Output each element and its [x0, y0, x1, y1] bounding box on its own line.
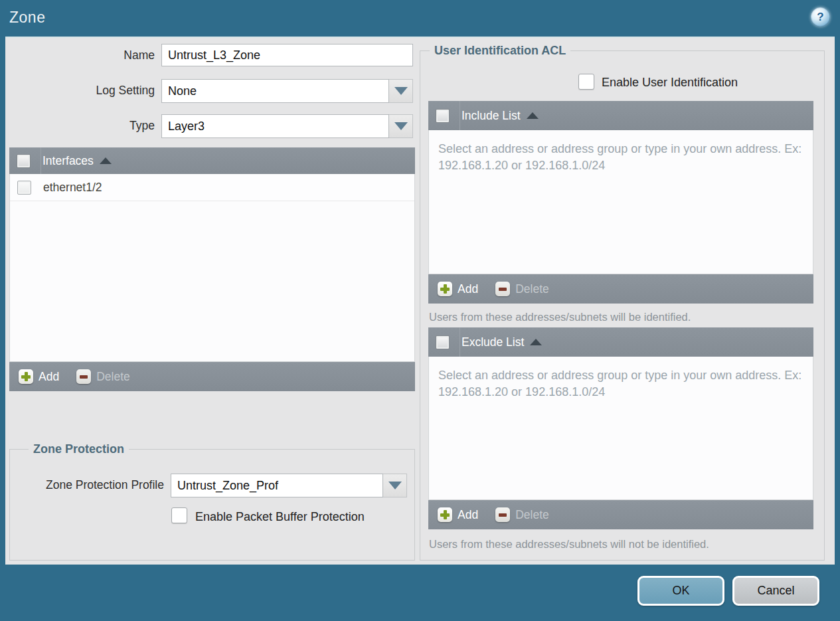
packet-buffer-protection-label: Enable Packet Buffer Protection: [195, 510, 365, 524]
interfaces-add-button[interactable]: Add: [19, 369, 59, 384]
minus-icon: [76, 369, 91, 384]
include-list-header[interactable]: Include List: [428, 101, 813, 130]
chevron-down-icon: [388, 482, 402, 489]
dialog-title: Zone: [9, 9, 45, 27]
interfaces-column-header: Interfaces: [42, 154, 94, 168]
include-list-placeholder: Select an address or address group or ty…: [429, 130, 813, 174]
interfaces-table: Interfaces ethernet1/2 Add Delete: [9, 147, 415, 391]
table-row[interactable]: ethernet1/2: [10, 174, 414, 201]
user-id-acl-legend: User Identification ACL: [430, 44, 570, 58]
zone-protection-fieldset: Zone Protection: [9, 449, 415, 561]
log-setting-value: None: [161, 79, 389, 103]
plus-icon: [438, 507, 452, 522]
exclude-select-all-checkbox[interactable]: [436, 335, 450, 349]
enable-user-identification-checkbox[interactable]: [578, 74, 594, 90]
add-button-label: Add: [458, 508, 478, 522]
sort-ascending-icon[interactable]: [527, 112, 539, 119]
type-value: Layer3: [161, 114, 389, 138]
name-label: Name: [12, 44, 155, 66]
type-dropdown-button[interactable]: [389, 114, 413, 138]
exclude-list-placeholder: Select an address or address group or ty…: [429, 357, 813, 400]
include-delete-button[interactable]: Delete: [495, 282, 549, 296]
header-separator: [460, 327, 460, 357]
delete-button-label: Delete: [96, 370, 130, 384]
enable-user-identification-label: Enable User Identification: [602, 76, 738, 90]
log-setting-dropdown-button[interactable]: [389, 79, 413, 103]
header-separator: [41, 147, 41, 174]
row-checkbox[interactable]: [17, 181, 31, 195]
sort-ascending-icon[interactable]: [100, 157, 112, 164]
interfaces-table-body: ethernet1/2: [9, 174, 415, 362]
zone-protection-legend: Zone Protection: [29, 442, 129, 456]
type-dropdown[interactable]: Layer3: [161, 114, 413, 138]
add-button-label: Add: [458, 282, 478, 296]
add-button-label: Add: [39, 370, 59, 384]
include-list-body[interactable]: Select an address or address group or ty…: [428, 130, 813, 274]
ok-button[interactable]: OK: [637, 576, 724, 606]
plus-icon: [19, 369, 33, 384]
exclude-list-caption: Users from these addresses/subnets will …: [429, 538, 709, 551]
exclude-list-column-header: Exclude List: [462, 335, 524, 349]
exclude-list-footer: Add Delete: [428, 500, 813, 529]
interfaces-delete-button[interactable]: Delete: [76, 369, 130, 384]
name-input[interactable]: [161, 44, 413, 66]
packet-buffer-protection-checkbox[interactable]: [171, 507, 187, 523]
minus-icon: [495, 507, 510, 522]
interfaces-select-all-checkbox[interactable]: [17, 154, 31, 168]
zone-protection-profile-label: Zone Protection Profile: [15, 474, 164, 496]
zone-protection-profile-value: Untrust_Zone_Prof: [171, 474, 383, 497]
exclude-list-body[interactable]: Select an address or address group or ty…: [428, 357, 813, 500]
include-list-footer: Add Delete: [428, 274, 813, 304]
zone-dialog: Zone ? Name Log Setting None Type Layer3…: [0, 0, 840, 621]
type-label: Type: [12, 114, 155, 137]
include-select-all-checkbox[interactable]: [436, 109, 450, 123]
include-add-button[interactable]: Add: [438, 282, 478, 296]
include-list-caption: Users from these addresses/subnets will …: [429, 311, 691, 323]
exclude-add-button[interactable]: Add: [438, 507, 478, 522]
include-list-table: Include List Select an address or addres…: [428, 101, 813, 304]
exclude-list-header[interactable]: Exclude List: [428, 327, 813, 357]
interface-name: ethernet1/2: [43, 181, 102, 195]
sort-ascending-icon[interactable]: [530, 339, 542, 345]
log-setting-dropdown[interactable]: None: [161, 79, 413, 103]
delete-button-label: Delete: [515, 508, 549, 522]
exclude-list-table: Exclude List Select an address or addres…: [428, 327, 813, 529]
chevron-down-icon: [394, 87, 408, 95]
zone-protection-profile-dropdown-button[interactable]: [383, 474, 407, 497]
cancel-button[interactable]: Cancel: [732, 576, 819, 606]
plus-icon: [438, 282, 452, 296]
chevron-down-icon: [394, 122, 408, 130]
delete-button-label: Delete: [515, 282, 549, 296]
zone-protection-profile-dropdown[interactable]: Untrust_Zone_Prof: [171, 474, 407, 497]
minus-icon: [495, 282, 510, 296]
help-icon[interactable]: ?: [811, 7, 830, 27]
interfaces-table-footer: Add Delete: [9, 362, 415, 391]
log-setting-label: Log Setting: [12, 79, 155, 102]
interfaces-table-header[interactable]: Interfaces: [9, 147, 415, 174]
include-list-column-header: Include List: [462, 109, 521, 123]
exclude-delete-button[interactable]: Delete: [495, 507, 549, 522]
header-separator: [460, 101, 460, 130]
